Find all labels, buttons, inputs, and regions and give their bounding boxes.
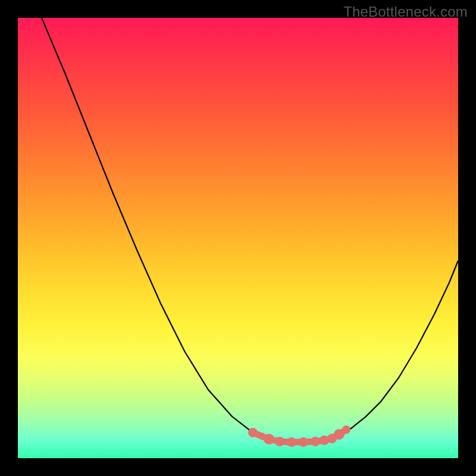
plateau-marker-group xyxy=(248,425,350,447)
plateau-dot xyxy=(299,437,308,447)
curve-left xyxy=(42,18,268,439)
chart-plot-area xyxy=(18,18,458,458)
chart-svg xyxy=(18,18,458,458)
plateau-dot xyxy=(264,434,274,444)
watermark-text: TheBottleneck.com xyxy=(343,4,468,20)
plateau-dot xyxy=(311,437,320,446)
curve-right xyxy=(340,261,458,434)
plateau-dot xyxy=(342,425,350,434)
plateau-dot xyxy=(287,437,296,447)
plateau-dot xyxy=(275,437,284,446)
plateau-dot xyxy=(248,428,258,437)
